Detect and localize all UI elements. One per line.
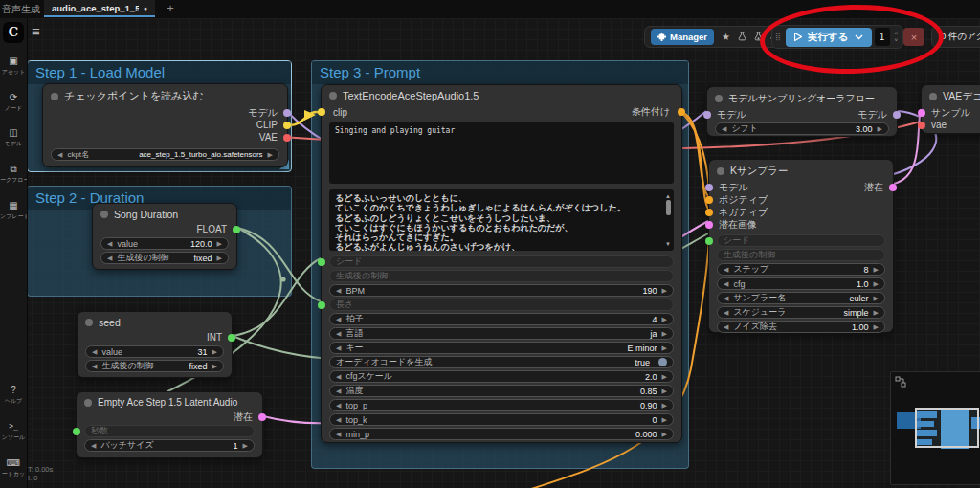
sidebar-item-nodes[interactable]: ⟳ ノード [0, 92, 27, 113]
port-float[interactable] [233, 226, 240, 233]
port-vae-in[interactable] [918, 122, 925, 129]
widget-increment[interactable]: ▶ [662, 402, 667, 409]
port-clip-in[interactable] [318, 108, 325, 116]
widget-increment[interactable]: ▶ [268, 151, 273, 158]
widget-cfg-scale[interactable]: ◀ cfgスケール 2.0 ▶ [329, 370, 674, 383]
node-model-sampling-auraflow[interactable]: モデルサンプリングオーラフロー モデル モデル ◀ シフト 3.00 ▶ [706, 86, 898, 137]
widget-increment[interactable]: ▶ [662, 373, 667, 380]
widget-control-after-generate[interactable]: 生成後の制御 [329, 270, 674, 282]
sidebar-item-console[interactable]: >_ ンソール [0, 421, 27, 442]
widget-decrement[interactable]: ◀ [336, 373, 341, 380]
port-int[interactable] [228, 334, 235, 342]
widget-seed[interactable]: シード [329, 255, 674, 268]
widget-control-after-generate[interactable]: ◀ 生成後の制御 fixed ▶ [100, 252, 229, 264]
star-icon[interactable]: ★ [722, 33, 730, 42]
lyrics-scrollbar[interactable]: ▲ ▼ [664, 191, 672, 249]
port-samples-in[interactable] [918, 109, 925, 117]
widget-decrement[interactable]: ◀ [336, 316, 341, 322]
widget-decrement[interactable]: ◀ [92, 363, 97, 369]
node-seed[interactable]: seed INT ◀ value 31 ▶ ◀ 生成後の制御 fixed ▶ [77, 311, 233, 378]
port-model-in[interactable] [703, 111, 711, 119]
widget-decrement[interactable]: ◀ [91, 442, 96, 449]
node-ksampler[interactable]: Kサンプラー モデル 潜在 ポジティブ ネガティブ 潜在画像 シード 生成後の制… [708, 159, 894, 333]
port-latent[interactable] [258, 413, 266, 421]
port-latent-out[interactable] [889, 184, 897, 191]
widget-batch-size[interactable]: ◀ バッチサイズ 1 ▶ [84, 439, 255, 452]
collapse-dot[interactable] [85, 319, 93, 326]
flask2-icon[interactable] [754, 32, 763, 43]
minimap-viewport[interactable] [915, 408, 979, 448]
widget-increment[interactable]: ▶ [874, 266, 879, 273]
port-model-out[interactable] [893, 111, 901, 119]
widget-increment[interactable]: ▶ [662, 431, 667, 437]
widget-language[interactable]: ◀ 言語 ja ▶ [329, 327, 674, 340]
widget-increment[interactable]: ▶ [243, 442, 248, 449]
widget-decrement[interactable]: ◀ [107, 255, 112, 261]
widget-scheduler[interactable]: ◀ スケジューラ simple ▶ [717, 306, 885, 319]
toggle-knob[interactable] [658, 358, 667, 366]
workspace-label[interactable]: 音声生成 [2, 3, 42, 16]
widget-top-k[interactable]: ◀ top_k 0 ▶ [329, 413, 674, 426]
widget-decrement[interactable]: ◀ [336, 416, 341, 423]
widget-control-after-generate[interactable]: ◀ 生成後の制御 fixed ▶ [85, 360, 224, 372]
minimap-toggle-icon[interactable] [895, 376, 906, 388]
widget-time-signature[interactable]: ◀ 拍子 4 ▶ [329, 313, 674, 325]
queue-count[interactable]: 1 [875, 28, 890, 46]
widget-sampler-name[interactable]: ◀ サンプラー名 euler ▶ [717, 292, 885, 304]
widget-temperature[interactable]: ◀ 温度 0.85 ▶ [329, 385, 674, 397]
widget-increment[interactable]: ▶ [662, 287, 667, 294]
widget-decrement[interactable]: ◀ [107, 240, 112, 247]
widget-increment[interactable]: ▶ [662, 416, 667, 423]
widget-control-after-generate[interactable]: 生成後の制御 [717, 249, 885, 261]
clear-queue-button[interactable]: × [903, 28, 924, 46]
sidebar-item-help[interactable]: ? ヘルプ [0, 385, 27, 406]
widget-top-p[interactable]: ◀ top_p 0.90 ▶ [329, 399, 674, 411]
prompt-textarea[interactable]: Singing and playing guitar [329, 122, 674, 184]
widget-bpm[interactable]: ◀ BPM 190 ▶ [329, 284, 674, 297]
collapse-dot[interactable] [100, 211, 108, 218]
node-text-encode[interactable]: TextEncodeAceStepAudio1.5 clip 条件付け Sing… [321, 84, 682, 443]
step-down-icon[interactable]: ˅ [895, 37, 899, 43]
widget-increment[interactable]: ▶ [217, 240, 222, 247]
widget-decrement[interactable]: ◀ [336, 402, 341, 409]
widget-decrement[interactable]: ◀ [336, 344, 341, 351]
widget-decrement[interactable]: ◀ [722, 125, 726, 132]
widget-decrement[interactable]: ◀ [724, 280, 728, 287]
port-model[interactable] [283, 109, 291, 117]
widget-increment[interactable]: ▶ [662, 344, 667, 351]
widget-increment[interactable]: ▶ [662, 330, 667, 337]
widget-length[interactable]: 長さ [329, 299, 674, 311]
collapse-dot[interactable] [929, 93, 937, 100]
node-load-checkpoint[interactable]: チェックポイントを読み込む モデル CLIP VAE ◀ ckpt名 ace_s… [42, 83, 288, 167]
widget-decrement[interactable]: ◀ [92, 348, 97, 355]
widget-steps[interactable]: ◀ ステップ 8 ▶ [717, 263, 885, 276]
manager-button[interactable]: Manager [651, 29, 714, 45]
widget-generate-audio-codes[interactable]: オーディオコードを生成 true [329, 356, 674, 368]
collapse-dot[interactable] [51, 93, 58, 100]
scroll-thumb[interactable] [666, 200, 671, 215]
sidebar-item-shortcuts[interactable]: ⌨ ートカッ [0, 457, 27, 478]
sidebar-item-workflows[interactable]: ⧉ ークフロー [0, 164, 27, 185]
sidebar-item-templates[interactable]: ▦ ンプレート [0, 200, 27, 221]
widget-ckpt-name[interactable]: ◀ ckpt名 ace_step_1.5_turbo_aio.safetenso… [51, 148, 279, 161]
widget-decrement[interactable]: ◀ [57, 151, 62, 158]
widget-decrement[interactable]: ◀ [724, 295, 728, 301]
port-model-in[interactable] [705, 184, 713, 191]
menu-icon[interactable]: ≡ [32, 23, 40, 39]
widget-key[interactable]: ◀ キー E minor ▶ [329, 342, 674, 354]
collapse-dot[interactable] [329, 92, 337, 100]
collapse-dot[interactable] [715, 95, 723, 102]
widget-decrement[interactable]: ◀ [336, 388, 341, 394]
port-vae[interactable] [283, 134, 291, 142]
widget-decrement[interactable]: ◀ [724, 323, 728, 330]
queue-count-stepper[interactable]: ˄˅ [893, 31, 901, 43]
port-positive-in[interactable] [705, 196, 713, 204]
port-latent-image-in[interactable] [705, 221, 713, 229]
port-negative-in[interactable] [705, 209, 713, 216]
minimap[interactable] [890, 371, 980, 485]
widget-min-p[interactable]: ◀ min_p 0.000 ▶ [329, 428, 674, 440]
widget-increment[interactable]: ▶ [662, 388, 667, 394]
drag-handle-icon[interactable]: ⣿ [775, 33, 783, 41]
node-vae-decode[interactable]: VAEデコー サンプル vae [921, 84, 980, 134]
sidebar-item-models[interactable]: ◫ モデル [0, 127, 27, 148]
